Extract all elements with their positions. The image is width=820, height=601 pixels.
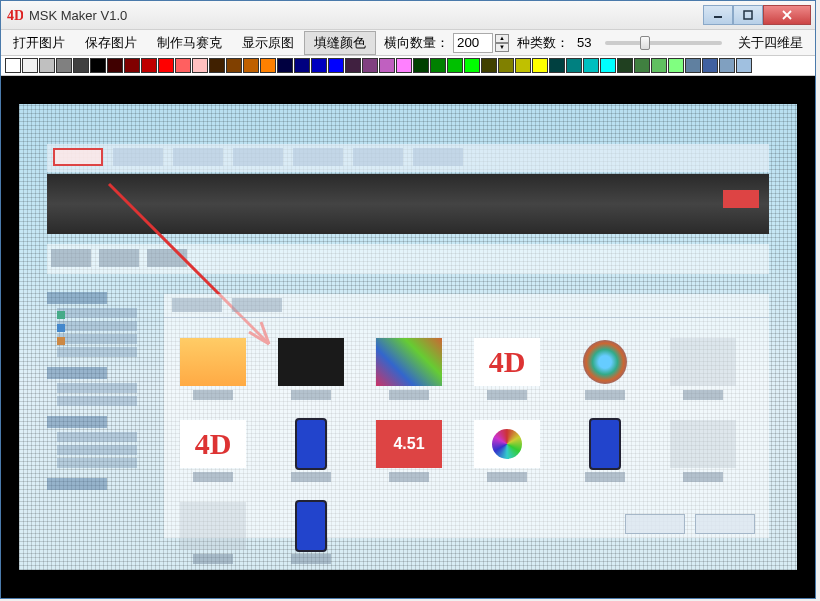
4d-logo-icon: 4D: [180, 420, 246, 468]
phone-icon: [295, 500, 327, 552]
color-swatch[interactable]: [736, 58, 752, 73]
color-swatch[interactable]: [532, 58, 548, 73]
mosaic-file-grid: 4D 4D 4.51: [164, 294, 769, 538]
mosaic-red-tag: [723, 190, 759, 208]
spin-down-icon[interactable]: ▼: [495, 43, 509, 52]
color-swatch[interactable]: [719, 58, 735, 73]
mosaic-content: 4D 4D 4.51: [19, 104, 797, 570]
color-swatch[interactable]: [5, 58, 21, 73]
color-swatch[interactable]: [515, 58, 531, 73]
svg-text:4D: 4D: [7, 8, 23, 23]
minimize-button[interactable]: [703, 5, 733, 25]
make-mosaic-button[interactable]: 制作马赛克: [147, 31, 232, 55]
globe-icon: [583, 340, 627, 384]
color-swatch[interactable]: [498, 58, 514, 73]
app-window: 4D MSK Maker V1.0 打开图片 保存图片 制作马赛克 显示原图 填…: [0, 0, 816, 599]
color-swatch[interactable]: [396, 58, 412, 73]
color-swatch[interactable]: [600, 58, 616, 73]
color-swatch[interactable]: [617, 58, 633, 73]
color-swatch[interactable]: [379, 58, 395, 73]
color-swatch[interactable]: [549, 58, 565, 73]
app-logo-icon: 4D: [7, 7, 23, 23]
slider-thumb-icon[interactable]: [640, 36, 650, 50]
color-swatch[interactable]: [294, 58, 310, 73]
color-swatch[interactable]: [175, 58, 191, 73]
color-swatch[interactable]: [634, 58, 650, 73]
color-swatch[interactable]: [56, 58, 72, 73]
color-swatch[interactable]: [447, 58, 463, 73]
4d-logo-icon: 4D: [474, 338, 540, 386]
canvas-area[interactable]: 4D 4D 4.51: [1, 76, 815, 598]
red-badge-icon: 4.51: [376, 420, 442, 468]
color-swatch[interactable]: [566, 58, 582, 73]
color-wheel-icon: [474, 420, 540, 468]
color-swatch[interactable]: [651, 58, 667, 73]
color-swatch[interactable]: [192, 58, 208, 73]
color-swatch[interactable]: [464, 58, 480, 73]
color-swatch[interactable]: [668, 58, 684, 73]
save-image-button[interactable]: 保存图片: [75, 31, 147, 55]
spin-up-icon[interactable]: ▲: [495, 34, 509, 43]
svg-rect-2: [744, 11, 752, 19]
phone-icon: [589, 418, 621, 470]
color-swatch[interactable]: [226, 58, 242, 73]
hcount-input[interactable]: [453, 33, 493, 53]
window-controls: [703, 5, 811, 25]
color-swatch[interactable]: [22, 58, 38, 73]
phone-icon: [295, 418, 327, 470]
color-swatch[interactable]: [90, 58, 106, 73]
titlebar[interactable]: 4D MSK Maker V1.0: [1, 1, 815, 30]
mosaic-sidebar: [47, 292, 157, 530]
color-swatch[interactable]: [260, 58, 276, 73]
maximize-button[interactable]: [733, 5, 763, 25]
close-button[interactable]: [763, 5, 811, 25]
color-swatch[interactable]: [702, 58, 718, 73]
kinds-label: 种类数：: [509, 34, 573, 52]
color-palette: [1, 56, 815, 76]
color-swatch[interactable]: [413, 58, 429, 73]
color-swatch[interactable]: [124, 58, 140, 73]
color-swatch[interactable]: [583, 58, 599, 73]
color-swatch[interactable]: [141, 58, 157, 73]
kinds-slider[interactable]: [599, 41, 728, 45]
hcount-spinner[interactable]: ▲▼: [495, 34, 509, 52]
mosaic-image: 4D 4D 4.51: [19, 104, 797, 570]
color-swatch[interactable]: [328, 58, 344, 73]
open-image-button[interactable]: 打开图片: [3, 31, 75, 55]
color-swatch[interactable]: [107, 58, 123, 73]
color-swatch[interactable]: [73, 58, 89, 73]
kinds-value: 53: [573, 35, 599, 50]
color-swatch[interactable]: [277, 58, 293, 73]
toolbar: 打开图片 保存图片 制作马赛克 显示原图 填缝颜色 横向数量： ▲▼ 种类数： …: [1, 30, 815, 56]
color-swatch[interactable]: [311, 58, 327, 73]
color-swatch[interactable]: [685, 58, 701, 73]
mosaic-highlighted-tab: [53, 148, 103, 166]
color-swatch[interactable]: [481, 58, 497, 73]
show-original-button[interactable]: 显示原图: [232, 31, 304, 55]
folder-icon: [180, 338, 246, 386]
color-swatch[interactable]: [362, 58, 378, 73]
color-swatch[interactable]: [39, 58, 55, 73]
color-swatch[interactable]: [209, 58, 225, 73]
about-button[interactable]: 关于四维星: [728, 31, 813, 55]
hcount-label: 横向数量：: [376, 34, 453, 52]
color-swatch[interactable]: [243, 58, 259, 73]
fill-color-button[interactable]: 填缝颜色: [304, 31, 376, 55]
window-title: MSK Maker V1.0: [29, 8, 703, 23]
color-swatch[interactable]: [158, 58, 174, 73]
color-swatch[interactable]: [430, 58, 446, 73]
color-swatch[interactable]: [345, 58, 361, 73]
